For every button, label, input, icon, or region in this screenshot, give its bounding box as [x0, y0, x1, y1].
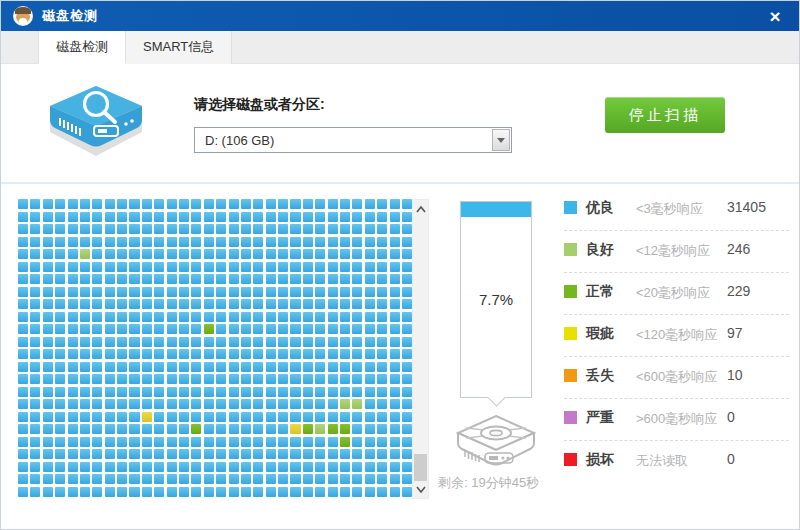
grid-cell [390, 199, 400, 209]
grid-cell [154, 312, 164, 322]
scroll-up-button[interactable] [413, 201, 428, 217]
grid-cell [30, 287, 40, 297]
grid-cell [241, 212, 251, 222]
grid-cell [352, 287, 362, 297]
tab-disk-check[interactable]: 磁盘检测 [38, 31, 126, 64]
grid-cell [30, 337, 40, 347]
grid-cell [30, 424, 40, 434]
grid-cell [278, 299, 288, 309]
grid-cell [30, 249, 40, 259]
grid-cell [191, 312, 201, 322]
grid-cell [179, 312, 189, 322]
grid-cell [303, 299, 313, 309]
grid-cell [92, 312, 102, 322]
grid-cell [390, 412, 400, 422]
grid-cell [328, 337, 338, 347]
grid-cell [352, 249, 362, 259]
grid-cell [154, 412, 164, 422]
legend-desc: 无法读取 [636, 452, 688, 470]
grid-cell [340, 474, 350, 484]
grid-cell [129, 437, 139, 447]
stop-scan-button[interactable]: 停止扫描 [605, 97, 725, 133]
grid-cell [129, 374, 139, 384]
grid-scrollbar[interactable] [412, 199, 429, 499]
grid-cell [377, 262, 387, 272]
grid-cell [253, 274, 263, 284]
grid-cell [55, 324, 65, 334]
grid-cell [365, 274, 375, 284]
grid-cell [55, 224, 65, 234]
grid-cell [377, 449, 387, 459]
grid-cell [402, 474, 412, 484]
grid-cell [390, 337, 400, 347]
close-icon[interactable]: × [763, 7, 787, 26]
grid-cell [167, 287, 177, 297]
grid-cell [68, 449, 78, 459]
grid-cell [216, 474, 226, 484]
grid-cell [278, 437, 288, 447]
grid-cell [229, 362, 239, 372]
grid-cell [340, 399, 350, 409]
grid-cell [204, 287, 214, 297]
grid-cell [80, 412, 90, 422]
grid-cell [43, 274, 53, 284]
disk-check-window: 磁盘检测 × 磁盘检测 SMART信息 请选择磁盘或者分区: D: (106 G… [0, 0, 800, 530]
grid-cell [80, 462, 90, 472]
grid-cell [55, 287, 65, 297]
grid-cell [105, 199, 115, 209]
grid-cell [68, 349, 78, 359]
grid-cell [18, 487, 28, 497]
grid-cell [290, 374, 300, 384]
grid-cell [290, 449, 300, 459]
grid-cell [105, 337, 115, 347]
grid-cell [402, 487, 412, 497]
grid-cell [365, 324, 375, 334]
grid-cell [167, 362, 177, 372]
grid-cell [68, 224, 78, 234]
grid-cell [241, 299, 251, 309]
dropdown-arrow-button[interactable] [492, 129, 510, 151]
grid-cell [191, 274, 201, 284]
grid-cell [290, 387, 300, 397]
grid-cell [18, 349, 28, 359]
grid-cell [55, 349, 65, 359]
grid-cell [390, 312, 400, 322]
grid-cell [167, 274, 177, 284]
grid-cell [402, 362, 412, 372]
grid-cell [390, 362, 400, 372]
grid-cell [278, 249, 288, 259]
grid-cell [191, 412, 201, 422]
grid-cell [303, 349, 313, 359]
grid-cell [55, 462, 65, 472]
grid-cell [30, 387, 40, 397]
grid-cell [365, 249, 375, 259]
grid-cell [352, 274, 362, 284]
grid-cell [154, 462, 164, 472]
grid-cell [92, 449, 102, 459]
grid-cell [80, 399, 90, 409]
tab-smart-info[interactable]: SMART信息 [126, 31, 232, 64]
grid-cell [30, 487, 40, 497]
grid-cell [204, 412, 214, 422]
grid-cell [129, 237, 139, 247]
grid-cell [241, 449, 251, 459]
grid-cell [105, 387, 115, 397]
disk-select-dropdown[interactable]: D: (106 GB) [194, 127, 512, 153]
grid-cell [290, 274, 300, 284]
grid-cell [179, 424, 189, 434]
scroll-thumb[interactable] [414, 454, 427, 481]
grid-cell [315, 324, 325, 334]
grid-cell [402, 212, 412, 222]
grid-cell [129, 387, 139, 397]
grid-cell [68, 424, 78, 434]
scroll-down-button[interactable] [413, 481, 428, 497]
grid-cell [105, 274, 115, 284]
grid-cell [30, 462, 40, 472]
grid-cell [253, 324, 263, 334]
progress-percent: 7.7% [461, 291, 531, 308]
grid-cell [402, 437, 412, 447]
grid-cell [43, 237, 53, 247]
grid-cell [142, 324, 152, 334]
grid-cell [241, 474, 251, 484]
grid-cell [390, 462, 400, 472]
